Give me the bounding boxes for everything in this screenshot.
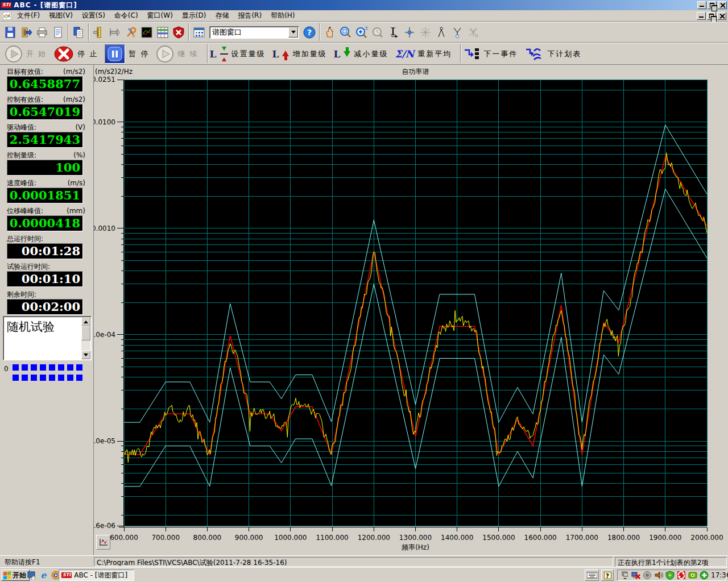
ruler-button[interactable] xyxy=(91,24,107,40)
menu-help[interactable]: 帮助(H) xyxy=(266,10,299,22)
menu-view[interactable]: 视图(V) xyxy=(44,10,77,22)
decrease-level-icon xyxy=(344,47,350,60)
zoom-in-out-button[interactable]: ± xyxy=(354,24,370,40)
toolbar-separator xyxy=(460,44,461,63)
increase-level-button[interactable]: L 增加量级 xyxy=(272,47,327,60)
next-schedule-button[interactable]: 下计划表 xyxy=(524,47,581,61)
control-rms-value: 0.6547019 xyxy=(7,104,83,120)
set-level-button[interactable]: L 设置量级 xyxy=(210,47,266,61)
menu-file[interactable]: 文件(F) xyxy=(13,10,44,22)
nvidia-settings-icon[interactable] xyxy=(688,571,697,580)
copy-window-button[interactable] xyxy=(71,24,86,40)
update-agent-icon[interactable] xyxy=(700,571,709,580)
app-logo-icon: STI xyxy=(1,2,11,8)
internet-explorer-icon[interactable]: e xyxy=(39,570,48,580)
menu-display[interactable]: 显示(D) xyxy=(177,10,211,22)
child-close-button[interactable] xyxy=(717,12,726,20)
volume-icon[interactable] xyxy=(654,571,663,580)
menu-settings[interactable]: 设置(S) xyxy=(77,10,110,22)
y-cursor-button[interactable] xyxy=(449,24,465,40)
tools-settings-button[interactable] xyxy=(123,24,139,40)
zoom-window-button[interactable] xyxy=(338,24,354,40)
import-export-button[interactable] xyxy=(18,24,34,40)
progress-row xyxy=(13,375,82,381)
save-button[interactable] xyxy=(2,24,18,40)
plot-options-button[interactable] xyxy=(96,535,110,550)
sigma-n-icon: Σ/N xyxy=(395,48,414,60)
progress-block xyxy=(49,375,55,381)
readout-label: 驱动峰值:(V) xyxy=(0,123,93,132)
keyboard-layout-button[interactable] xyxy=(585,569,599,581)
pin-axis-button[interactable] xyxy=(107,24,123,40)
child-restore-button[interactable] xyxy=(707,12,716,20)
progress-block xyxy=(13,364,19,371)
scroll-down-icon[interactable] xyxy=(81,351,90,359)
taskbar-app-button[interactable]: STI ABC - [谱图窗口] xyxy=(59,569,134,581)
test-message-box: 随机试验 xyxy=(3,316,92,360)
decrease-level-button[interactable]: L 减小量级 xyxy=(333,47,388,60)
drive-peak-value: 2.5417943 xyxy=(7,132,83,148)
tray-clock[interactable]: 17:36 xyxy=(711,571,728,579)
progress-block xyxy=(67,375,73,381)
sync-utility-icon[interactable] xyxy=(677,571,686,580)
spectrum-chart[interactable]: 0.02510.01000.00101.0e-041.0e-051.6e-066… xyxy=(94,65,728,555)
scroll-up-icon[interactable] xyxy=(81,317,90,326)
x-tick-label: 1200.000 xyxy=(358,534,390,542)
menu-bar: 文件(F) 视图(V) 设置(S) 命令(C) 窗口(W) 显示(D) 存储 报… xyxy=(0,10,728,22)
safety-shield-button[interactable] xyxy=(171,24,187,40)
y-axis-unit-label: (m/s2)2/Hz xyxy=(95,68,133,76)
sound-scheme-icon[interactable] xyxy=(643,571,652,580)
antivirus-shield-icon[interactable] xyxy=(665,571,675,580)
toolbar-separator xyxy=(68,23,69,41)
network-offline-icon[interactable] xyxy=(631,571,640,580)
start-menu-button[interactable]: 开始 xyxy=(1,569,30,581)
restore-button[interactable] xyxy=(708,1,717,9)
reaverage-button[interactable]: Σ/N 重新平均 xyxy=(395,48,452,60)
progress-block xyxy=(67,364,73,371)
next-event-button[interactable]: 下一事件 xyxy=(463,47,518,61)
print-button[interactable] xyxy=(34,24,50,40)
x-tick-label: 1300.000 xyxy=(399,534,432,542)
chart-window-button[interactable] xyxy=(139,24,155,40)
menu-window[interactable]: 窗口(W) xyxy=(143,10,177,22)
child-window-icon[interactable] xyxy=(1,11,13,21)
progress-block xyxy=(40,375,46,381)
combo-dropdown-button[interactable] xyxy=(288,27,298,38)
pan-tool-button[interactable] xyxy=(322,24,338,40)
status-help-text: 帮助请按F1 xyxy=(5,558,40,567)
readout-label: 总运行时间: xyxy=(0,234,93,243)
pause-button[interactable]: 暂 停 xyxy=(105,44,149,64)
progress-row xyxy=(13,364,82,371)
help-button[interactable]: ? xyxy=(301,24,317,40)
harmonic-cursor-button[interactable] xyxy=(433,24,449,40)
table-window-button[interactable] xyxy=(155,24,171,40)
stop-button[interactable]: 停 止 xyxy=(53,45,98,63)
minimize-button[interactable] xyxy=(697,1,706,9)
resume-button: 继 续 xyxy=(156,45,198,63)
window-selector-combobox[interactable]: 谱图窗口 xyxy=(209,26,299,39)
report-button[interactable] xyxy=(50,24,66,40)
progress-block xyxy=(31,375,37,381)
show-desktop-icon[interactable] xyxy=(27,570,36,580)
language-bar-icon[interactable] xyxy=(620,571,629,580)
message-scrollbar[interactable] xyxy=(81,317,90,359)
start-button: 开 始 xyxy=(5,45,47,63)
menu-command[interactable]: 命令(C) xyxy=(110,10,143,22)
increase-level-icon xyxy=(282,47,289,60)
measure-cursor-button[interactable] xyxy=(386,24,402,40)
main-toolbar: 谱图窗口 ? ± xyxy=(0,22,728,43)
test-type-text: 随机试验 xyxy=(7,319,55,335)
taskbar-app-label: ABC - [谱图窗口] xyxy=(74,571,127,580)
menu-storage[interactable]: 存储 xyxy=(210,10,233,22)
child-minimize-button[interactable] xyxy=(697,12,706,20)
scrollbar-thumb[interactable] xyxy=(81,326,90,340)
peak-marker-button-disabled xyxy=(417,24,433,40)
menu-report[interactable]: 报告(R) xyxy=(233,10,266,22)
window-select-button[interactable] xyxy=(191,24,207,40)
crosshair-cursor-button[interactable] xyxy=(402,24,417,40)
window-title: ABC - [谱图窗口] xyxy=(14,1,77,10)
input-help-button[interactable]: ? xyxy=(601,569,614,581)
close-button[interactable] xyxy=(718,1,727,9)
svg-text:±: ± xyxy=(365,26,368,31)
toolbar-separator xyxy=(319,23,320,41)
